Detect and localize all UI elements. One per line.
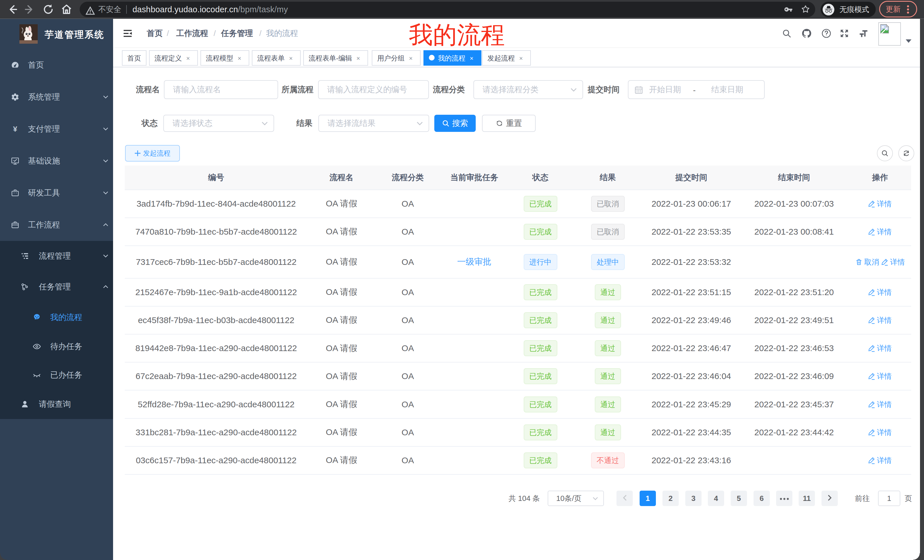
svg-text:¥: ¥	[13, 125, 17, 133]
